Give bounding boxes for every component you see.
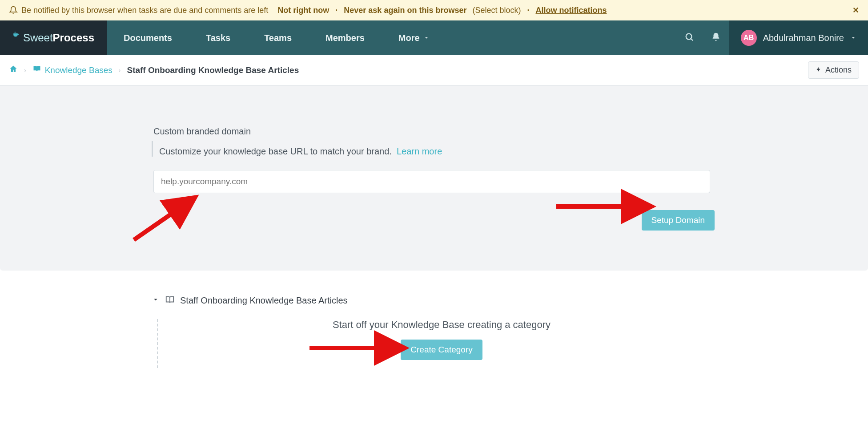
book-icon <box>32 65 41 76</box>
learn-more-link[interactable]: Learn more <box>397 146 442 156</box>
notifications-button[interactable] <box>703 20 729 55</box>
nav-tasks[interactable]: Tasks <box>189 33 247 43</box>
search-icon <box>684 32 694 44</box>
notification-not-now[interactable]: Not right now <box>277 6 329 15</box>
bell-icon <box>9 6 18 15</box>
nav-teams[interactable]: Teams <box>247 33 309 43</box>
custom-domain-label: Custom branded domain <box>153 126 716 137</box>
domain-input[interactable] <box>153 170 710 193</box>
svg-point-0 <box>686 33 691 39</box>
chevron-right-icon: › <box>119 67 121 74</box>
home-icon <box>9 66 18 75</box>
create-category-button[interactable]: Create Category <box>401 340 482 360</box>
home-link[interactable] <box>9 65 18 76</box>
chevron-down-icon <box>152 295 160 305</box>
nav-documents[interactable]: Documents <box>107 33 189 43</box>
setup-domain-button[interactable]: Setup Domain <box>642 210 715 231</box>
book-open-icon <box>165 295 175 307</box>
bolt-icon <box>816 65 822 75</box>
chevron-right-icon: › <box>24 67 26 74</box>
notification-select-block: (Select block) <box>470 6 521 15</box>
knowledge-base-tree: Staff Onboarding Knowledge Base Articles… <box>152 295 716 368</box>
custom-domain-panel: Custom branded domain Customize your kno… <box>0 85 868 271</box>
cup-icon <box>12 31 20 45</box>
search-button[interactable] <box>676 20 703 55</box>
close-icon[interactable]: ✕ <box>852 5 859 15</box>
chevron-down-icon <box>850 33 856 43</box>
avatar: AB <box>741 30 757 46</box>
custom-domain-description: Customize your knowledge base URL to mat… <box>159 146 716 157</box>
main-nav: Documents Tasks Teams Members More <box>107 20 446 55</box>
nav-members[interactable]: Members <box>309 33 382 43</box>
breadcrumb-knowledge-bases[interactable]: Knowledge Bases <box>32 65 113 76</box>
chevron-down-icon <box>423 33 430 43</box>
actions-button[interactable]: Actions <box>808 61 859 79</box>
notification-never[interactable]: Never ask again on this browser <box>344 6 466 15</box>
app-header: SweetProcess Documents Tasks Teams Membe… <box>0 20 868 55</box>
notification-allow[interactable]: Allow notifications <box>536 6 607 15</box>
bell-icon <box>711 32 721 44</box>
collapse-toggle[interactable] <box>152 295 160 306</box>
user-name: Abdulrahman Bonire <box>763 33 844 43</box>
user-menu[interactable]: AB Abdulrahman Bonire <box>729 20 868 55</box>
notification-bar: Be notified by this browser when tasks a… <box>0 0 868 20</box>
breadcrumb: › Knowledge Bases › Staff Onboarding Kno… <box>0 55 868 85</box>
kb-title[interactable]: Staff Onboarding Knowledge Base Articles <box>180 295 348 306</box>
nav-more[interactable]: More <box>382 33 446 43</box>
breadcrumb-current: Staff Onboarding Knowledge Base Articles <box>127 65 299 75</box>
brand-logo-block[interactable]: SweetProcess <box>0 20 107 55</box>
notification-message: Be notified by this browser when tasks a… <box>21 6 268 15</box>
brand-text: SweetProcess <box>23 32 94 44</box>
empty-state-text: Start off your Knowledge Base creating a… <box>167 319 716 331</box>
